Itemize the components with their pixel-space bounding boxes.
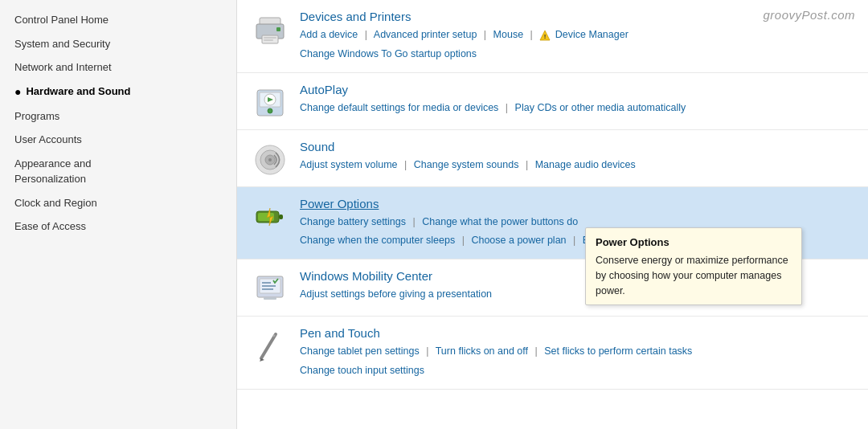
sidebar-label: System and Security bbox=[14, 36, 110, 52]
device-manager-link[interactable]: Device Manager bbox=[555, 29, 628, 40]
device-manager-icon: ! bbox=[539, 26, 551, 45]
svg-point-16 bbox=[268, 158, 272, 161]
change-windows-to-go-link[interactable]: Change Windows To Go startup options bbox=[300, 48, 477, 59]
manage-audio-devices-link[interactable]: Manage audio devices bbox=[535, 159, 636, 170]
sidebar-item-ease-of-access[interactable]: Ease of Access bbox=[0, 214, 236, 239]
section-power-options: Power Options Change battery settings | … bbox=[237, 187, 868, 260]
change-tablet-pen-settings-link[interactable]: Change tablet pen settings bbox=[300, 345, 420, 357]
section-devices-printers: Devices and Printers Add a device | Adva… bbox=[237, 0, 868, 73]
sidebar-item-programs[interactable]: Programs bbox=[0, 104, 236, 129]
set-flicks-tasks-link[interactable]: Set flicks to perform certain tasks bbox=[544, 345, 692, 357]
add-a-device-link[interactable]: Add a device bbox=[300, 29, 358, 40]
svg-point-10 bbox=[268, 108, 272, 113]
mouse-link[interactable]: Mouse bbox=[493, 29, 524, 40]
sidebar-item-hardware-sound[interactable]: ● Hardware and Sound bbox=[0, 80, 236, 104]
play-cds-link[interactable]: Play CDs or other media automatically bbox=[515, 102, 686, 113]
windows-mobility-icon bbox=[252, 271, 289, 308]
svg-marker-20 bbox=[267, 208, 273, 226]
section-sound: Sound Adjust system volume | Change syst… bbox=[237, 130, 868, 187]
sidebar-item-system-security[interactable]: System and Security bbox=[0, 32, 236, 56]
sidebar-label: Control Panel Home bbox=[14, 12, 108, 28]
sound-icon bbox=[252, 141, 289, 178]
autoplay-icon bbox=[252, 84, 289, 121]
sidebar-label: Appearance andPersonalization bbox=[14, 156, 91, 187]
sidebar-label: User Accounts bbox=[14, 132, 82, 148]
svg-rect-3 bbox=[276, 27, 280, 31]
svg-rect-4 bbox=[264, 37, 276, 39]
autoplay-title[interactable]: AutoPlay bbox=[300, 83, 854, 96]
tooltip-popup: Power Options Conserve energy or maximiz… bbox=[585, 227, 802, 306]
section-autoplay: AutoPlay Change default settings for med… bbox=[237, 73, 868, 130]
advanced-printer-setup-link[interactable]: Advanced printer setup bbox=[374, 29, 477, 40]
choose-power-plan-link[interactable]: Choose a power plan bbox=[471, 235, 566, 246]
change-default-settings-link[interactable]: Change default settings for media or dev… bbox=[300, 102, 498, 113]
svg-line-27 bbox=[261, 334, 276, 358]
svg-rect-18 bbox=[279, 214, 283, 219]
main-content: groovyPost.com Devices and Printers Add … bbox=[237, 0, 868, 429]
change-system-sounds-link[interactable]: Change system sounds bbox=[414, 159, 519, 170]
sidebar-label: Hardware and Sound bbox=[26, 84, 130, 100]
change-when-sleeps-link[interactable]: Change when the computer sleeps bbox=[300, 235, 455, 246]
devices-printers-content: Devices and Printers Add a device | Adva… bbox=[300, 10, 854, 64]
pen-touch-title[interactable]: Pen and Touch bbox=[300, 326, 854, 340]
sidebar-item-user-accounts[interactable]: User Accounts bbox=[0, 128, 236, 152]
devices-printers-title[interactable]: Devices and Printers bbox=[300, 10, 854, 23]
change-power-buttons-link[interactable]: Change what the power buttons do bbox=[422, 216, 578, 227]
change-battery-settings-link[interactable]: Change battery settings bbox=[300, 216, 406, 227]
sidebar: Control Panel Home System and Security N… bbox=[0, 0, 237, 429]
svg-line-29 bbox=[273, 335, 275, 337]
sidebar-label: Network and Internet bbox=[14, 59, 112, 76]
section-pen-touch: Pen and Touch Change tablet pen settings… bbox=[237, 317, 868, 390]
tooltip-body: Conserve energy or maximize performance … bbox=[596, 253, 792, 298]
sidebar-item-network-internet[interactable]: Network and Internet bbox=[0, 55, 236, 80]
devices-printers-icon bbox=[252, 11, 289, 48]
power-options-title[interactable]: Power Options bbox=[300, 197, 854, 210]
tooltip-title: Power Options bbox=[596, 235, 792, 251]
svg-rect-23 bbox=[264, 297, 276, 300]
adjust-settings-presentation-link[interactable]: Adjust settings before giving a presenta… bbox=[300, 288, 492, 300]
pen-touch-icon bbox=[252, 328, 289, 365]
turn-flicks-on-off-link[interactable]: Turn flicks on and off bbox=[436, 345, 528, 357]
sound-content: Sound Adjust system volume | Change syst… bbox=[300, 140, 854, 175]
svg-text:!: ! bbox=[544, 33, 547, 40]
sidebar-item-appearance-personalization[interactable]: Appearance andPersonalization bbox=[0, 152, 236, 191]
autoplay-links: Change default settings for media or dev… bbox=[300, 99, 854, 118]
sidebar-label: Ease of Access bbox=[14, 219, 86, 235]
autoplay-content: AutoPlay Change default settings for med… bbox=[300, 83, 854, 118]
sidebar-label: Programs bbox=[14, 108, 59, 125]
sound-links: Adjust system volume | Change system sou… bbox=[300, 156, 854, 175]
sidebar-item-clock-region[interactable]: Clock and Region bbox=[0, 191, 236, 215]
change-touch-input-settings-link[interactable]: Change touch input settings bbox=[300, 365, 424, 376]
sound-title[interactable]: Sound bbox=[300, 140, 854, 153]
sidebar-label: Clock and Region bbox=[14, 195, 97, 211]
adjust-system-volume-link[interactable]: Adjust system volume bbox=[300, 159, 398, 170]
sidebar-item-control-panel-home[interactable]: Control Panel Home bbox=[0, 8, 236, 32]
devices-printers-links: Add a device | Advanced printer setup | … bbox=[300, 26, 854, 64]
pen-touch-links: Change tablet pen settings | Turn flicks… bbox=[300, 342, 854, 381]
pen-touch-content: Pen and Touch Change tablet pen settings… bbox=[300, 326, 854, 381]
power-options-icon bbox=[252, 198, 289, 235]
active-bullet: ● bbox=[14, 84, 21, 100]
svg-rect-5 bbox=[264, 39, 273, 41]
